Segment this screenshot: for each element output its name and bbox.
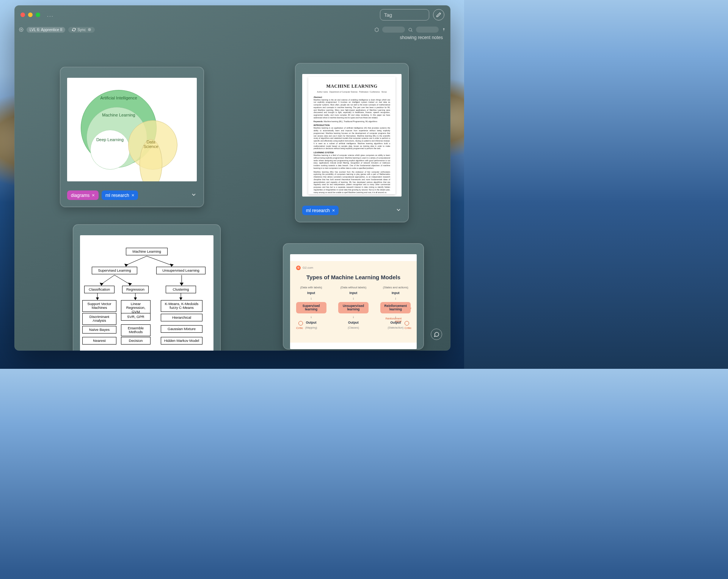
svg-point-0	[21, 29, 22, 30]
g2-title: Types of Machine Learning Models	[290, 261, 417, 280]
note-thumbnail: MACHINE LEARNING Author name · Departmen…	[302, 74, 402, 197]
edit-button[interactable]	[433, 9, 444, 20]
chat-button[interactable]	[431, 329, 442, 340]
minimize-button[interactable]	[28, 13, 33, 17]
g2-outsub: (Mapping)	[305, 326, 317, 329]
search-icon[interactable]	[408, 27, 413, 32]
tag-chip-ml-research[interactable]: ml research ×	[102, 190, 138, 200]
g2-input: Input	[307, 291, 315, 295]
venn-label-dl: Deep Learning	[95, 137, 125, 142]
tags-row: diagrams × ml research ×	[60, 187, 204, 207]
g2-input: Input	[392, 291, 400, 295]
venn-label-ai: Artificial Intelligence	[98, 96, 140, 101]
g2-columns: (Data with labels) Input ↓ Supervised le…	[290, 286, 417, 329]
toolbar-pill-2[interactable]	[416, 27, 439, 33]
sync-status-dot	[88, 28, 91, 31]
flow-unsupervised: Unsupervised Learning	[156, 267, 206, 274]
keywords-label: Keywords:	[314, 120, 323, 123]
paper-title: MACHINE LEARNING	[314, 83, 390, 89]
g2-col-reinforcement: (States and actions) Input ↓ Reinforceme…	[378, 286, 413, 329]
svg-point-2	[443, 28, 445, 30]
note-thumbnail: Machine Learning Supervised Learning Uns…	[80, 235, 213, 351]
tag-label: ml research	[105, 193, 129, 198]
note-thumbnail: Artificial Intelligence Machine Learning…	[67, 78, 197, 181]
flow-item: Gaussian Mixture	[161, 325, 202, 333]
g2-subtitle: (States and actions)	[383, 286, 408, 289]
g2-output: Output	[390, 321, 401, 324]
venn-label-ml: Machine Learning	[98, 113, 140, 118]
flow-item: K-Means, K-Medoids fuzzy C-Means	[161, 300, 202, 312]
chat-icon	[434, 332, 439, 337]
note-card-g2[interactable]: G G2.com Types of Machine Learning Model…	[283, 243, 424, 349]
remove-tag-icon[interactable]: ×	[132, 192, 135, 198]
tag-label: diagrams	[71, 193, 89, 198]
arrow-down-icon: ↓	[395, 297, 397, 300]
flow-root: Machine Learning	[126, 248, 168, 255]
keywords-text: Machine learning (ML), Traditional Progr…	[324, 120, 377, 123]
pencil-icon	[436, 12, 441, 17]
g2-col-supervised: (Data with labels) Input ↓ Supervised le…	[294, 286, 328, 329]
flow-arrows	[118, 255, 179, 267]
flow-arrows	[96, 274, 141, 286]
venn-diagram: Artificial Intelligence Machine Learning…	[75, 90, 189, 170]
more-menu[interactable]: ...	[47, 12, 54, 18]
hexagon-icon[interactable]	[374, 27, 379, 32]
flow-arrows	[96, 293, 99, 300]
flow-item: Decision	[121, 337, 151, 345]
flow-item: Hierarchical	[161, 314, 202, 321]
flow-classification: Classification	[84, 286, 115, 293]
note-card-flowchart[interactable]: Machine Learning Supervised Learning Uns…	[73, 224, 221, 351]
status-text: showing recent notes	[400, 35, 443, 40]
note-thumbnail: G G2.com Types of Machine Learning Model…	[290, 254, 417, 349]
flow-item: Nearest	[82, 337, 116, 345]
tag-chip-diagrams[interactable]: diagrams ×	[67, 190, 99, 200]
expand-tags-button[interactable]	[395, 207, 402, 214]
g2-input: Input	[350, 291, 358, 295]
note-card-venn[interactable]: Artificial Intelligence Machine Learning…	[60, 67, 204, 207]
flow-item: Ensemble Methods	[121, 324, 151, 336]
g2-box: Reinforcement learning	[380, 302, 411, 314]
g2-outsub: (Classes)	[348, 326, 359, 329]
tag-chip-ml-research[interactable]: ml research ×	[302, 206, 339, 215]
arrow-down-icon: ↓	[395, 315, 397, 319]
meta-row: showing recent notes	[14, 35, 450, 40]
flow-arrows	[179, 293, 183, 300]
svg-point-1	[409, 28, 412, 31]
section-heading: LEARNING SYSTEM	[314, 151, 390, 154]
sync-button[interactable]: Sync	[68, 27, 95, 33]
tag-input[interactable]	[380, 9, 429, 20]
toolbar: LVL 6: Apprentice II Sync	[14, 24, 450, 35]
chevron-down-icon	[191, 192, 197, 198]
note-card-paper[interactable]: MACHINE LEARNING Author name · Departmen…	[295, 63, 409, 222]
g2-subtitle: (Data with labels)	[300, 286, 322, 289]
expand-tags-button[interactable]	[191, 192, 197, 199]
titlebar: ...	[14, 5, 450, 24]
canvas[interactable]: Artificial Intelligence Machine Learning…	[14, 40, 450, 348]
window-controls	[20, 13, 40, 17]
flow-item: Naïve Bayes	[82, 326, 116, 334]
flow-item: Hidden Markov Model	[161, 337, 202, 345]
flow-clustering: Clustering	[166, 286, 196, 293]
sync-label: Sync	[77, 28, 86, 32]
level-badge: LVL 6: Apprentice II	[27, 27, 65, 33]
remove-tag-icon[interactable]: ×	[332, 208, 335, 213]
flow-regression: Regression	[122, 286, 149, 293]
remove-tag-icon[interactable]: ×	[92, 192, 95, 198]
arrow-down-icon: ↓	[310, 297, 312, 300]
toolbar-pill-1[interactable]	[382, 27, 405, 33]
g2-box: Unsupervised learning	[338, 302, 369, 314]
g2-output: Output	[348, 321, 359, 324]
refresh-icon	[72, 28, 76, 31]
close-button[interactable]	[20, 13, 25, 17]
arrow-down-icon: ↓	[353, 315, 355, 319]
zoom-button[interactable]	[36, 13, 40, 17]
g2-box: Supervised learning	[296, 302, 326, 314]
g2-source-label: G2.com	[303, 266, 313, 269]
chevron-down-icon	[395, 207, 402, 213]
pin-icon[interactable]	[442, 27, 446, 32]
g2-outsub: (State/action)	[388, 326, 403, 329]
flow-item: Discriminant Analysis	[82, 313, 116, 325]
tags-row: ml research ×	[295, 202, 408, 222]
g2-col-unsupervised: (Data without labels) Input ↓ Unsupervis…	[336, 286, 370, 329]
settings-icon[interactable]	[19, 27, 24, 32]
